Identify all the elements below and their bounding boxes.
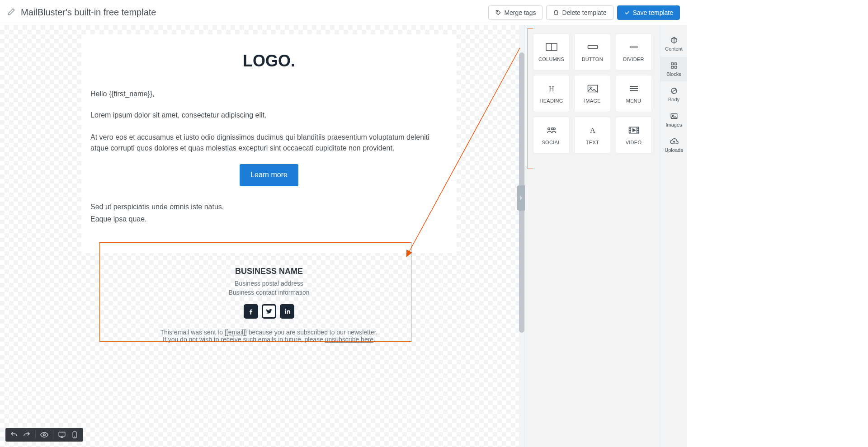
merge-tags-button[interactable]: Merge tags: [488, 5, 542, 20]
business-name[interactable]: BUSINESS NAME: [81, 267, 457, 276]
facebook-icon[interactable]: [244, 304, 258, 319]
rail-images[interactable]: Images: [660, 108, 687, 132]
business-contact[interactable]: Business contact information: [81, 289, 457, 296]
paragraph-3a[interactable]: Sed ut perspiciatis unde omnis iste natu…: [90, 202, 448, 213]
delete-template-label: Delete template: [562, 9, 606, 16]
twitter-icon[interactable]: [262, 304, 276, 319]
block-text[interactable]: ATEXT: [574, 117, 611, 154]
paragraph-3b[interactable]: Eaque ipsa quae.: [90, 214, 448, 225]
desktop-view-icon[interactable]: [58, 431, 66, 439]
svg-text:H: H: [548, 85, 554, 93]
email-footer-block[interactable]: BUSINESS NAME Business postal address Bu…: [81, 267, 457, 343]
block-image[interactable]: IMAGE: [574, 75, 611, 112]
rail-uploads[interactable]: Uploads: [660, 133, 687, 157]
block-menu[interactable]: MENU: [615, 75, 652, 112]
undo-icon[interactable]: [10, 431, 18, 439]
email-content-block[interactable]: LOGO. Hello {{first_name}}, Lorem ipsum …: [81, 34, 457, 253]
bottom-floating-toolbar: [5, 428, 83, 442]
svg-point-0: [497, 11, 497, 11]
rail-content[interactable]: Content: [660, 32, 687, 56]
delete-template-button[interactable]: Delete template: [546, 5, 613, 20]
annotation-panel-bracket: [528, 28, 533, 169]
rail-body[interactable]: Body: [660, 82, 687, 107]
svg-point-11: [590, 87, 591, 88]
edit-title-icon[interactable]: [7, 8, 15, 18]
svg-rect-29: [675, 63, 677, 65]
paragraph-1[interactable]: Lorem ipsum dolor sit amet, consectetur …: [90, 110, 448, 121]
logo-text[interactable]: LOGO.: [90, 52, 448, 71]
top-toolbar: MailBluster's built-in free template Mer…: [0, 0, 687, 25]
block-heading[interactable]: HHEADING: [533, 75, 570, 112]
footer-fineprint-1[interactable]: This email was sent to [[email]] because…: [81, 329, 457, 336]
collapse-panel-handle[interactable]: [517, 185, 525, 211]
page-title: MailBluster's built-in free template: [21, 7, 156, 18]
svg-rect-7: [588, 45, 597, 49]
email-placeholder-link[interactable]: [[email]]: [225, 329, 247, 336]
svg-rect-28: [671, 63, 674, 65]
unsubscribe-link[interactable]: unsubscribe here: [325, 336, 373, 343]
svg-rect-30: [671, 66, 674, 69]
business-postal[interactable]: Business postal address: [81, 280, 457, 287]
blocks-panel: COLUMNSBUTTONDIVIDERHHEADINGIMAGEMENUSOC…: [524, 25, 660, 447]
block-button[interactable]: BUTTON: [574, 33, 611, 71]
svg-point-17: [553, 128, 555, 130]
side-rail: ContentBlocksBodyImagesUploads: [660, 25, 687, 447]
editor-canvas[interactable]: LOGO. Hello {{first_name}}, Lorem ipsum …: [0, 25, 524, 447]
redo-icon[interactable]: [23, 431, 31, 439]
block-columns[interactable]: COLUMNS: [533, 33, 570, 71]
preview-icon[interactable]: [40, 431, 48, 439]
save-template-button[interactable]: Save template: [617, 5, 680, 20]
rail-blocks[interactable]: Blocks: [660, 57, 687, 81]
save-template-label: Save template: [633, 9, 674, 16]
block-video[interactable]: VIDEO: [615, 117, 652, 154]
svg-rect-31: [675, 66, 677, 69]
svg-text:A: A: [590, 126, 595, 135]
merge-tags-label: Merge tags: [504, 9, 536, 16]
greeting-text[interactable]: Hello {{first_name}},: [90, 89, 448, 100]
svg-point-2: [43, 434, 46, 436]
linkedin-icon[interactable]: [280, 304, 294, 319]
svg-point-15: [547, 128, 550, 130]
cta-button[interactable]: Learn more: [240, 164, 298, 186]
block-social[interactable]: SOCIAL: [533, 117, 570, 154]
footer-fineprint-2[interactable]: If you do not wish to receive such email…: [81, 336, 457, 343]
paragraph-2[interactable]: At vero eos et accusamus et iusto odio d…: [90, 132, 448, 155]
svg-rect-3: [59, 432, 65, 436]
block-divider[interactable]: DIVIDER: [615, 33, 652, 71]
mobile-view-icon[interactable]: [71, 431, 79, 439]
